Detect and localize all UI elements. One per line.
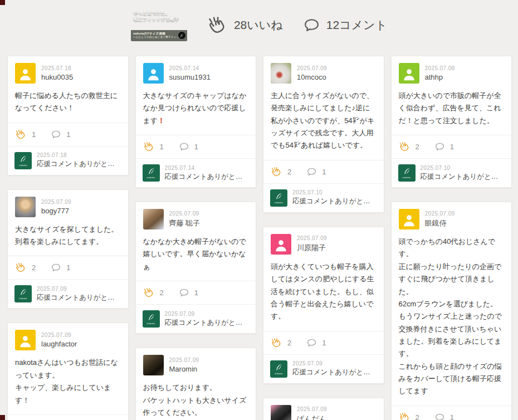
nakota-logo-avatar: nakota (270, 360, 287, 378)
comment-column: 2025.07.14 susumu1931 大きなサイズのキャップはなかなか見つ… (135, 56, 257, 420)
comment-username: susumu1931 (169, 73, 211, 81)
corner-marker (0, 415, 5, 420)
comment-text: 大きなサイズを探してました。到着を楽しみにしてます。 (15, 223, 121, 248)
comment-actions: 2 1 (392, 406, 512, 420)
reply-date: 2025.07.10 (421, 165, 505, 171)
clap-icon (15, 262, 27, 274)
comment-body: 2025.07.09 laughfactor nakotaさんはいつもお世話にな… (8, 323, 128, 414)
clap-button[interactable]: 2 (271, 337, 291, 349)
speech-bubble-icon (179, 141, 189, 152)
comment-user-row: 2025.07.09 laughfactor (15, 330, 121, 350)
owner-reply[interactable]: nakota 2025.07.09 応援コメントありがとうございます。… (263, 354, 384, 383)
reply-text: 応援コメントありがとうございます！… (165, 172, 250, 182)
reply-date: 2025.07.10 (292, 189, 377, 196)
comment-username: Maromin (169, 365, 199, 373)
reply-count-button[interactable]: 1 (179, 287, 198, 298)
reply-meta: 2025.07.09 応援コメントありがとうございます！… (165, 311, 250, 328)
comment-text: 主人に合うサイズがないので、発売楽しみにしてました♪逆に私が小さいのですが、54… (271, 90, 377, 152)
comment-username: huku0035 (41, 73, 73, 81)
comment-actions: 2 1 (392, 135, 512, 158)
comment-date: 2025.07.18 (41, 65, 73, 71)
feather-icon (179, 33, 184, 38)
comment-card: 2025.07.09 ぱんだん。 楽しみにしています！ 2 1 nakota 2 (263, 398, 384, 420)
clap-button[interactable]: 1 (143, 141, 164, 153)
reply-count-button[interactable]: 1 (434, 141, 454, 152)
nakota-logo-word: nakota (19, 297, 27, 300)
reply-count-button[interactable]: 1 (306, 338, 326, 348)
comment-card: 2025.07.09 川原陽子 頭が大きくていつも帽子を購入してはタンスの肥やし… (263, 227, 384, 384)
reply-count-button[interactable]: 1 (434, 412, 454, 420)
comment-meta: 2025.07.14 susumu1931 (169, 65, 211, 81)
reply-count: 1 (66, 130, 70, 139)
corner-marker (0, 0, 5, 5)
comment-actions: 1 1 (136, 135, 256, 158)
reply-date: 2025.07.09 (37, 286, 121, 292)
comment-body: 2025.07.09 川原陽子 頭が大きくていつも帽子を購入してはタンスの肥やし… (263, 227, 384, 331)
reply-count: 1 (66, 263, 70, 272)
reply-date: 2025.07.09 (165, 311, 250, 317)
comment-date: 2025.07.09 (41, 332, 77, 338)
clap-icon (399, 412, 411, 420)
comment-meta: 2025.07.09 10mcoco (297, 65, 327, 81)
feather-icon (147, 167, 155, 175)
project-thumbnail[interactable]: やっと見つけた。 私にフィットする帽子 nakotaの7サイズ展開 一人ひとりの… (131, 9, 187, 41)
comment-meta: 2025.07.09 眼鏡侍 (425, 211, 455, 228)
nakota-logo-avatar: nakota (143, 310, 160, 328)
comment-user-row: 2025.07.08 athhp (399, 63, 505, 84)
reply-meta: 2025.07.10 応援コメントありがとうございます！… (421, 165, 505, 182)
nakota-logo-avatar: nakota (14, 285, 32, 302)
reply-count-button[interactable]: 1 (306, 167, 326, 177)
comments-stat: 12コメント (303, 17, 387, 34)
user-avatar (399, 209, 419, 229)
owner-reply[interactable]: nakota 2025.07.14 応援コメントありがとうございます！… (136, 158, 256, 187)
speech-bubble-icon (434, 141, 445, 152)
clap-button[interactable]: 2 (399, 141, 419, 153)
comment-username: 眼鏡侍 (425, 218, 455, 228)
comment-user-row: 2025.07.09 bogy777 (15, 197, 121, 217)
clap-button[interactable]: 2 (399, 412, 419, 420)
reply-meta: 2025.07.18 応援コメントありがとうございます！… (37, 152, 121, 169)
owner-reply[interactable]: nakota 2025.07.09 応援コメントありがとうございます！… (136, 304, 256, 333)
person-icon (146, 67, 161, 82)
reply-count-button[interactable]: 1 (179, 141, 198, 152)
comment-text: 帽子に悩める人たちの救世主になってください！ (15, 90, 121, 115)
clap-count: 2 (416, 413, 419, 420)
comment-user-row: 2025.07.14 susumu1931 (143, 63, 249, 84)
comment-body: 2025.07.09 ぱんだん。 楽しみにしています！ (263, 398, 384, 420)
nakota-logo-avatar: nakota (270, 189, 287, 207)
comment-body: 2025.07.09 10mcoco 主人に合うサイズがないので、発売楽しみにし… (263, 56, 384, 160)
reply-count-button[interactable]: 1 (51, 129, 70, 140)
comment-date: 2025.07.09 (169, 211, 201, 217)
comment-user-row: 2025.07.09 Maromin (143, 355, 249, 375)
owner-reply[interactable]: nakota 2025.07.18 応援コメントありがとうございます！… (8, 146, 128, 175)
clap-button[interactable]: 2 (143, 287, 164, 299)
comment-user-row: 2025.07.09 10mcoco (271, 63, 377, 84)
thumbnail-caption-line1: nakotaの7サイズ展開 (133, 31, 185, 36)
reply-count: 1 (322, 168, 326, 176)
owner-reply[interactable]: nakota 2025.07.10 応援コメントありがとうございます！… (392, 158, 512, 187)
speech-bubble-icon (303, 17, 320, 34)
clap-icon (271, 166, 282, 178)
clap-button[interactable]: 2 (15, 262, 36, 274)
clap-button[interactable]: 1 (15, 129, 36, 140)
user-avatar (15, 63, 36, 84)
clap-icon (207, 15, 228, 36)
comment-meta: 2025.07.09 ぱんだん。 (297, 406, 334, 420)
comment-username: 10mcoco (297, 73, 327, 81)
user-avatar (15, 330, 36, 350)
feather-icon (275, 363, 283, 372)
feather-icon (275, 192, 283, 201)
comment-column: 2025.07.09 10mcoco 主人に合うサイズがないので、発売楽しみにし… (263, 56, 384, 420)
comment-actions: 2 1 (136, 281, 256, 304)
user-avatar (143, 355, 164, 375)
owner-reply[interactable]: nakota 2025.07.10 応援コメントありがとうございます！… (263, 183, 384, 212)
owner-reply[interactable]: nakota 2025.07.09 応援コメントありがとうございます！… (8, 279, 128, 308)
comment-date: 2025.07.09 (297, 65, 327, 71)
comment-meta: 2025.07.09 Maromin (169, 357, 199, 373)
clap-button[interactable]: 2 (271, 166, 291, 178)
comment-text: 頭が大きくていつも帽子を購入してはタンスの肥やしにする生活を続けていました。もし… (271, 261, 377, 323)
comment-username: ぱんだん。 (297, 414, 334, 420)
user-avatar (143, 63, 164, 84)
reply-count-button[interactable]: 1 (51, 262, 70, 273)
person-icon (18, 67, 33, 82)
